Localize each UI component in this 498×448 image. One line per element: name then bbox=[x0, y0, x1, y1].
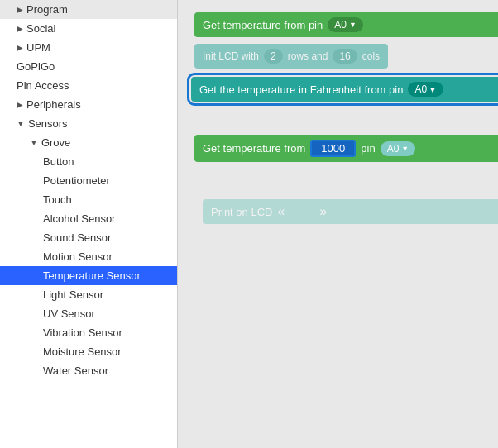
cols-dropdown-ghost: 16 bbox=[333, 49, 357, 64]
sidebar-item-temperature-sensor[interactable]: Temperature Sensor bbox=[0, 266, 177, 285]
sidebar-item-touch[interactable]: Touch bbox=[0, 190, 177, 209]
block-get-temp-fahrenheit[interactable]: Get the temperature in Fahrenheit from p… bbox=[191, 77, 498, 102]
lcd-value-slot[interactable] bbox=[290, 210, 314, 213]
block-label-ghost3: cols bbox=[362, 50, 380, 62]
sidebar-item-label: Temperature Sensor bbox=[43, 269, 141, 282]
sidebar-item-moisture-sensor[interactable]: Moisture Sensor bbox=[0, 342, 177, 361]
sidebar-item-pin-access[interactable]: Pin Access bbox=[0, 76, 177, 95]
block-label-get-temp-from: Get temperature from bbox=[203, 142, 305, 155]
block-label: Get temperature from pin bbox=[203, 19, 323, 31]
block-label-fahrenheit: Get the temperature in Fahrenheit from p… bbox=[199, 83, 403, 96]
arrow-icon: ▶ bbox=[17, 43, 23, 52]
sidebar-item-label: Sound Sensor bbox=[43, 231, 111, 244]
sidebar-item-button[interactable]: Button bbox=[0, 152, 177, 171]
sidebar-item-label: Peripherals bbox=[26, 98, 81, 111]
sidebar-item-label: Social bbox=[26, 22, 55, 35]
sidebar-item-program[interactable]: ▶ Program bbox=[0, 0, 177, 19]
sidebar-item-water-sensor[interactable]: Water Sensor bbox=[0, 361, 177, 380]
sidebar-item-motion-sensor[interactable]: Motion Sensor bbox=[0, 247, 177, 266]
sidebar-item-label: Touch bbox=[43, 193, 72, 206]
pin-dropdown-1[interactable]: A0 bbox=[328, 17, 363, 32]
sidebar-item-sound-sensor[interactable]: Sound Sensor bbox=[0, 228, 177, 247]
arrow-icon: ▼ bbox=[17, 119, 25, 128]
block-label-pin: pin bbox=[361, 142, 375, 155]
arrow-icon: ▶ bbox=[17, 100, 23, 109]
sidebar-item-label: UV Sensor bbox=[43, 307, 95, 320]
sidebar-item-label: Water Sensor bbox=[43, 365, 108, 377]
sidebar-item-label: Alcohol Sensor bbox=[43, 212, 115, 225]
sidebar-item-sensors[interactable]: ▼ Sensors bbox=[0, 114, 177, 133]
sidebar-item-vibration-sensor[interactable]: Vibration Sensor bbox=[0, 323, 177, 342]
sidebar-item-label: GoPiGo bbox=[17, 60, 55, 73]
sidebar-item-label: Motion Sensor bbox=[43, 250, 113, 263]
block-init-lcd-ghost: Init LCD with 2 rows and 16 cols bbox=[194, 44, 388, 69]
sidebar-item-label: Program bbox=[26, 3, 68, 16]
sidebar-item-label: Light Sensor bbox=[43, 288, 103, 301]
arrow-icon: ▼ bbox=[30, 138, 38, 147]
sidebar-item-label: Moisture Sensor bbox=[43, 346, 122, 358]
arrow-icon: ▶ bbox=[17, 5, 23, 14]
sidebar-item-label: Grove bbox=[41, 136, 70, 149]
block-label-ghost: Init LCD with bbox=[203, 50, 259, 62]
sidebar: ▶ Program▶ Social▶ UPMGoPiGoPin Access▶ … bbox=[0, 0, 178, 448]
sidebar-item-alcohol-sensor[interactable]: Alcohol Sensor bbox=[0, 209, 177, 228]
sidebar-item-label: UPM bbox=[26, 41, 50, 54]
temp-value-input[interactable] bbox=[310, 140, 356, 157]
pin-dropdown-3[interactable]: A0 bbox=[381, 141, 416, 156]
block-quote-right: » bbox=[319, 204, 327, 219]
block-label-print: Print on LCD bbox=[211, 206, 272, 218]
sidebar-item-label: Vibration Sensor bbox=[43, 326, 122, 339]
sidebar-item-light-sensor[interactable]: Light Sensor bbox=[0, 285, 177, 304]
block-get-temp-pin[interactable]: Get temperature from pin A0 bbox=[194, 12, 498, 37]
sidebar-item-potentiometer[interactable]: Potentiometer bbox=[0, 171, 177, 190]
arrow-icon: ▶ bbox=[17, 24, 23, 33]
sidebar-item-grove[interactable]: ▼ Grove bbox=[0, 133, 177, 152]
sidebar-item-gopiго[interactable]: GoPiGo bbox=[0, 57, 177, 76]
sidebar-item-label: Pin Access bbox=[17, 79, 69, 92]
sidebar-item-uv-sensor[interactable]: UV Sensor bbox=[0, 304, 177, 323]
sidebar-item-label: Button bbox=[43, 155, 74, 168]
pin-dropdown-fahrenheit[interactable]: A0 bbox=[408, 82, 443, 97]
canvas-area: Get temperature from pin A0 Init LCD wit… bbox=[178, 0, 498, 448]
sidebar-item-upm[interactable]: ▶ UPM bbox=[0, 38, 177, 57]
sidebar-item-social[interactable]: ▶ Social bbox=[0, 19, 177, 38]
sidebar-item-peripherals[interactable]: ▶ Peripherals bbox=[0, 95, 177, 114]
sidebar-item-label: Potentiometer bbox=[43, 174, 110, 187]
block-print-lcd[interactable]: Print on LCD « » bbox=[203, 199, 498, 224]
rows-dropdown-ghost: 2 bbox=[264, 49, 283, 64]
block-get-temp-1000[interactable]: Get temperature from pin A0 bbox=[194, 135, 498, 162]
block-quote-left: « bbox=[277, 204, 285, 219]
sidebar-item-label: Sensors bbox=[28, 117, 68, 130]
block-label-ghost2: rows and bbox=[288, 50, 328, 62]
